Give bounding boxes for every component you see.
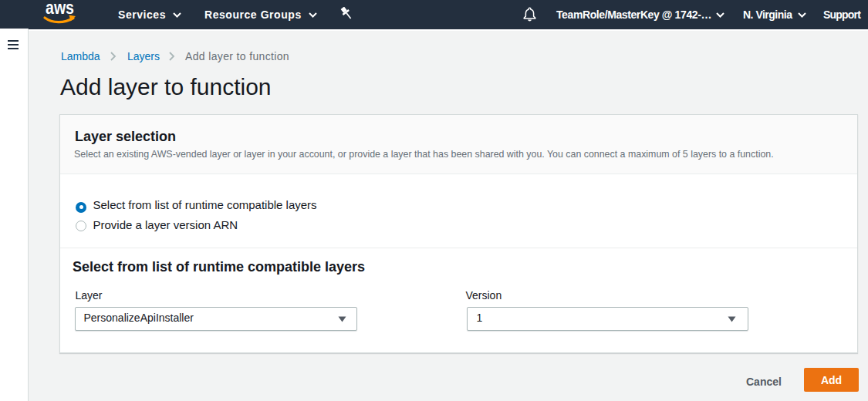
svg-text:aws: aws	[46, 0, 74, 18]
